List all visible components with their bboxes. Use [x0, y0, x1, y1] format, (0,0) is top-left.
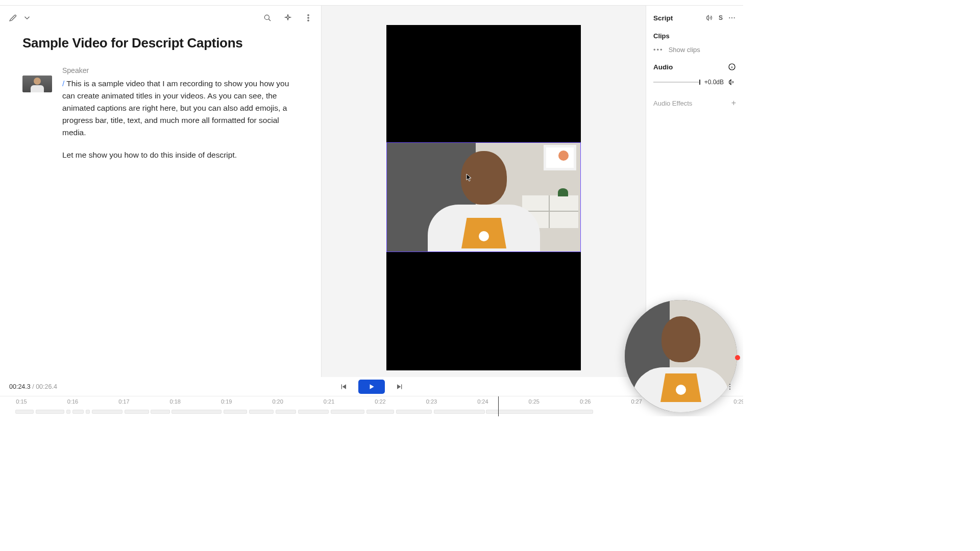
- props-audio-title: Audio: [653, 63, 673, 71]
- ruler-tick: 0:15: [16, 398, 27, 405]
- svg-point-6: [734, 17, 735, 18]
- canvas-area[interactable]: [322, 6, 646, 377]
- svg-point-11: [729, 386, 730, 387]
- audio-effects-label: Audio Effects: [653, 99, 692, 107]
- ruler-tick: 0:16: [67, 398, 78, 405]
- props-clips-title: Clips: [653, 32, 736, 40]
- ruler-tick: 0:23: [426, 398, 437, 405]
- playhead[interactable]: [498, 396, 499, 416]
- timeline-word-block[interactable]: [172, 410, 222, 414]
- info-icon[interactable]: [728, 63, 736, 71]
- timeline-word-block[interactable]: [151, 410, 170, 414]
- app-topbar: [0, 0, 743, 6]
- webcam-pip[interactable]: [625, 300, 737, 412]
- time-current: 00:24.3: [9, 383, 31, 390]
- speaker-block: Speaker / This is a sample video that I …: [22, 66, 299, 161]
- svg-point-2: [308, 17, 309, 18]
- timeline-word-block[interactable]: [366, 410, 394, 414]
- video-canvas[interactable]: [386, 25, 581, 370]
- timeline-word-block[interactable]: [486, 410, 593, 414]
- skip-forward-button[interactable]: [394, 382, 404, 392]
- ruler-tick: 0:17: [118, 398, 129, 405]
- script-toolbar: [0, 6, 321, 30]
- speaker-thumbnail[interactable]: [22, 76, 52, 92]
- timeline-word-block[interactable]: [298, 410, 329, 414]
- timeline-word-block[interactable]: [72, 410, 84, 414]
- cursor-icon: [466, 173, 472, 182]
- speaker-label[interactable]: Speaker: [62, 66, 299, 74]
- timeline-word-block[interactable]: [92, 410, 122, 414]
- volume-slider[interactable]: [653, 82, 700, 83]
- timeline-word-block[interactable]: [125, 410, 149, 414]
- search-icon[interactable]: [262, 12, 273, 23]
- project-title[interactable]: Sample Video for Descript Captions: [22, 35, 299, 51]
- more-vertical-icon[interactable]: [303, 12, 314, 23]
- ruler-tick: 0:29: [733, 398, 743, 405]
- svg-point-5: [731, 17, 732, 18]
- timeline-word-block[interactable]: [276, 410, 296, 414]
- sparkle-icon[interactable]: [282, 12, 293, 23]
- clips-menu-icon[interactable]: •••: [653, 46, 664, 54]
- script-body: Sample Video for Descript Captions Speak…: [0, 30, 321, 161]
- timeline-word-block[interactable]: [249, 410, 274, 414]
- ruler-tick: 0:22: [375, 398, 385, 405]
- timeline-word-block[interactable]: [396, 410, 432, 414]
- compose-icon[interactable]: [7, 12, 18, 23]
- svg-point-4: [729, 17, 730, 18]
- ruler-tick: 0:27: [631, 398, 642, 405]
- time-display: 00:24.3 / 00:26.4: [9, 383, 57, 390]
- svg-point-3: [308, 20, 309, 21]
- time-total: 00:26.4: [36, 383, 57, 390]
- transcript-text[interactable]: / This is a sample video that I am recor…: [62, 78, 299, 161]
- timeline-word-block[interactable]: [331, 410, 364, 414]
- volume-slider-thumb[interactable]: [699, 80, 700, 85]
- props-s-badge[interactable]: S: [719, 14, 723, 21]
- show-clips-link[interactable]: Show clips: [669, 46, 700, 54]
- speaker-icon[interactable]: [728, 78, 736, 86]
- chevron-down-icon[interactable]: [21, 12, 33, 23]
- ruler-tick: 0:21: [324, 398, 334, 405]
- script-panel: Sample Video for Descript Captions Speak…: [0, 6, 322, 377]
- timeline-word-block[interactable]: [66, 410, 70, 414]
- transcript-p2[interactable]: Let me show you how to do this inside of…: [62, 149, 299, 161]
- recording-indicator-icon: [735, 355, 740, 360]
- svg-point-12: [729, 389, 730, 390]
- ruler-tick: 0:24: [477, 398, 488, 405]
- volume-db-value: +0.0dB: [704, 79, 724, 86]
- video-clip-frame[interactable]: [386, 142, 581, 252]
- more-horizontal-icon[interactable]: [728, 14, 736, 22]
- timeline-word-block[interactable]: [36, 410, 64, 414]
- transcript-p1[interactable]: This is a sample video that I am recordi…: [62, 79, 289, 137]
- svg-rect-8: [341, 384, 342, 389]
- svg-point-0: [264, 15, 269, 19]
- ruler-tick: 0:19: [221, 398, 232, 405]
- ruler-tick: 0:18: [170, 398, 181, 405]
- timeline-word-block[interactable]: [15, 410, 34, 414]
- ruler-tick: 0:25: [529, 398, 540, 405]
- add-effect-icon[interactable]: +: [731, 98, 736, 108]
- timeline-word-block[interactable]: [434, 410, 485, 414]
- timeline-word-block[interactable]: [86, 410, 90, 414]
- timeline-ruler[interactable]: 0:150:160:170:180:190:200:210:220:230:24…: [0, 396, 743, 416]
- skip-back-button[interactable]: [339, 382, 349, 392]
- svg-rect-9: [401, 384, 402, 389]
- svg-point-1: [308, 15, 309, 16]
- voice-icon[interactable]: [705, 14, 714, 22]
- props-script-title: Script: [653, 14, 673, 22]
- timeline-clips-row[interactable]: [0, 409, 743, 416]
- play-button[interactable]: [358, 380, 385, 394]
- ruler-tick: 0:26: [580, 398, 591, 405]
- timeline-word-block[interactable]: [224, 410, 247, 414]
- ruler-tick: 0:20: [272, 398, 283, 405]
